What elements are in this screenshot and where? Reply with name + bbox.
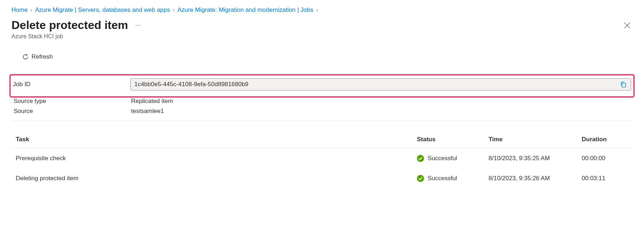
source-type-label: Source type [14, 98, 131, 105]
close-button[interactable] [622, 20, 633, 31]
page-subtitle: Azure Stack HCI job [11, 33, 633, 40]
success-icon [417, 175, 424, 182]
header-time: Time [489, 136, 582, 143]
task-duration: 00:03:11 [582, 175, 628, 182]
header-task: Task [16, 136, 417, 143]
task-table: Task Status Time Duration Prerequisite c… [11, 131, 633, 188]
breadcrumb-migration-jobs[interactable]: Azure Migrate: Migration and modernizati… [177, 6, 313, 14]
chevron-right-icon: › [173, 7, 175, 13]
source-value: testsamlee1 [131, 108, 630, 115]
breadcrumb: Home › Azure Migrate | Servers, database… [11, 6, 633, 14]
success-icon [417, 155, 424, 162]
copy-icon [620, 81, 626, 88]
jobid-field [130, 78, 631, 90]
breadcrumb-home[interactable]: Home [11, 6, 28, 14]
refresh-icon [22, 54, 29, 60]
task-time: 8/10/2023, 9:35:25 AM [489, 155, 582, 162]
svg-point-4 [417, 175, 424, 182]
divider [11, 121, 633, 121]
page-title: Delete protected item [11, 19, 128, 32]
close-icon [624, 22, 630, 29]
refresh-label: Refresh [32, 53, 53, 60]
svg-point-3 [417, 155, 424, 162]
jobid-label: Job ID [13, 81, 130, 88]
jobid-input[interactable] [134, 81, 619, 88]
header-duration: Duration [582, 136, 628, 143]
jobid-highlight: Job ID [9, 74, 635, 98]
task-duration: 00:00:00 [582, 155, 628, 162]
task-name: Deleting protected item [16, 175, 417, 182]
table-row: Prerequisite check Successful 8/10/2023,… [11, 148, 633, 168]
status-text: Successful [428, 155, 457, 162]
more-actions-button[interactable]: ··· [135, 21, 140, 29]
source-label: Source [14, 108, 131, 115]
breadcrumb-azure-migrate-servers[interactable]: Azure Migrate | Servers, databases and w… [35, 6, 170, 14]
chevron-right-icon: › [316, 7, 318, 13]
refresh-button[interactable]: Refresh [22, 53, 53, 60]
status-text: Successful [428, 175, 457, 182]
table-row: Deleting protected item Successful 8/10/… [11, 168, 633, 188]
chevron-right-icon: › [30, 7, 32, 13]
copy-button[interactable] [619, 80, 627, 88]
task-time: 8/10/2023, 9:35:26 AM [489, 175, 582, 182]
task-name: Prerequisite check [16, 155, 417, 162]
header-status: Status [417, 136, 489, 143]
source-type-value: Replicated item [131, 98, 630, 105]
svg-rect-2 [622, 83, 626, 87]
table-header: Task Status Time Duration [11, 131, 633, 148]
